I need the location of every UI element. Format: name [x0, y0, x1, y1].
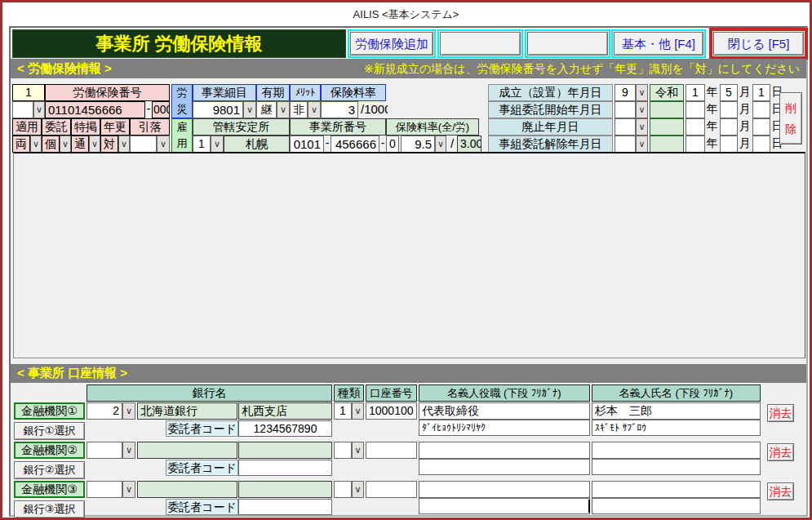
bank-2-holder-name-field[interactable]: [592, 442, 761, 459]
bank-1-clear-button[interactable]: 消去: [767, 404, 794, 422]
blank-button-1-focus: [437, 29, 523, 58]
dropdown-arrow-icon[interactable]: ∨: [352, 481, 364, 498]
add-insurance-button[interactable]: 労働保険追加: [350, 32, 433, 56]
month-field[interactable]: [720, 101, 738, 118]
office-no-part3-field[interactable]: 0: [386, 136, 399, 153]
bank-3-consignor-code-field[interactable]: [238, 499, 332, 515]
bank-1-consignor-code-field[interactable]: 1234567890: [238, 420, 332, 437]
bank-3-code-select[interactable]: [87, 481, 122, 498]
office-code-select[interactable]: 1: [193, 136, 211, 153]
day-field[interactable]: 1: [752, 84, 770, 101]
premium-rate-field[interactable]: 3: [321, 101, 358, 118]
delete-button[interactable]: 削除: [779, 92, 802, 144]
dropdown-arrow-icon[interactable]: ∨: [122, 402, 135, 420]
bank-1-account-no-field[interactable]: 1000100: [366, 402, 417, 420]
month-field[interactable]: [720, 118, 738, 136]
dropdown-arrow-icon[interactable]: ∨: [60, 136, 71, 153]
bank-2-holder-name-kana-field[interactable]: [592, 459, 761, 475]
bank-1-name-field[interactable]: 北海道銀行: [137, 402, 237, 420]
flag-itaku-select[interactable]: 個: [42, 136, 60, 153]
bank-1-code-select[interactable]: 2: [87, 402, 122, 420]
bank-3-holder-title-field[interactable]: [419, 481, 590, 498]
bank-3-clear-button[interactable]: 消去: [767, 482, 794, 500]
day-field[interactable]: [752, 101, 770, 118]
dropdown-arrow-icon[interactable]: ∨: [308, 101, 321, 118]
bank-2-consignor-code-field[interactable]: [238, 460, 332, 476]
era-no-select[interactable]: 9: [615, 84, 636, 101]
blank-button-2[interactable]: [527, 32, 608, 56]
year-field[interactable]: 1: [686, 84, 705, 101]
close-button-highlight: 閉じる [F5]: [709, 28, 808, 60]
basic-other-f4-button[interactable]: 基本・他 [F4]: [614, 32, 703, 56]
flag-tekiyou-select[interactable]: 両: [12, 136, 30, 153]
dropdown-arrow-icon[interactable]: ∨: [636, 136, 648, 153]
fixed-term-select[interactable]: 継: [256, 101, 277, 118]
rate2-total-select[interactable]: 9.5: [401, 136, 435, 153]
dropdown-arrow-icon[interactable]: ∨: [636, 84, 648, 101]
bank-3-holder-name-kana-field[interactable]: [592, 498, 761, 514]
month-field[interactable]: 5: [720, 84, 738, 101]
dropdown-arrow-icon[interactable]: ∨: [352, 402, 364, 420]
office-no-part1-field[interactable]: 0101: [290, 136, 324, 153]
labor-no-main-field[interactable]: 01101456666: [45, 101, 145, 118]
month-field[interactable]: [720, 136, 738, 153]
bank-3-branch-field[interactable]: [238, 481, 332, 498]
labor-no-select[interactable]: [12, 101, 33, 118]
bank-2-code-select[interactable]: [87, 442, 122, 459]
bank-2-clear-button[interactable]: 消去: [767, 443, 794, 461]
bank-2-account-no-field[interactable]: [366, 442, 417, 459]
bank-1-branch-field[interactable]: 札西支店: [238, 402, 332, 420]
bank-1-holder-name-kana-field[interactable]: ｽｷﾞﾓﾄ ｻﾌﾞﾛｳ: [592, 420, 761, 436]
day-field[interactable]: [752, 136, 770, 153]
close-f5-button[interactable]: 閉じる [F5]: [713, 32, 804, 56]
bank-2-branch-field[interactable]: [238, 442, 332, 459]
flag-nenkou-select[interactable]: 対: [100, 136, 118, 153]
bank-3-holder-name-field[interactable]: [592, 481, 761, 498]
bank-3-select-button[interactable]: 銀行③選択: [14, 500, 85, 518]
dropdown-arrow-icon[interactable]: ∨: [89, 136, 100, 153]
bank-1-type-select[interactable]: 1: [334, 402, 352, 420]
dropdown-arrow-icon[interactable]: ∨: [435, 136, 446, 153]
bank-2-select-button[interactable]: 銀行②選択: [14, 461, 85, 479]
dropdown-arrow-icon[interactable]: ∨: [122, 481, 135, 498]
dropdown-arrow-icon[interactable]: ∨: [243, 101, 256, 118]
flag-hikiotoshi-select[interactable]: [130, 136, 157, 153]
dropdown-arrow-icon[interactable]: ∨: [30, 136, 42, 153]
bank-2-holder-title-kana-field[interactable]: [419, 459, 590, 475]
flag-tokkei-select[interactable]: 通: [71, 136, 89, 153]
office-header: 管轄安定所: [193, 118, 290, 136]
bank-2-type-select[interactable]: [334, 442, 352, 459]
dropdown-arrow-icon[interactable]: ∨: [33, 101, 45, 118]
business-detail-select[interactable]: 9801: [193, 101, 243, 118]
blank-button-1[interactable]: [440, 32, 521, 56]
bank-1-holder-title-field[interactable]: 代表取締役: [419, 402, 590, 420]
era-no-select[interactable]: [615, 101, 636, 118]
year-field[interactable]: [686, 101, 705, 118]
dropdown-arrow-icon[interactable]: ∨: [277, 101, 290, 118]
year-field[interactable]: [686, 118, 705, 136]
office-no-part2-field[interactable]: 456666: [331, 136, 379, 153]
year-field[interactable]: [686, 136, 705, 153]
era-no-select[interactable]: [615, 136, 636, 153]
dropdown-arrow-icon[interactable]: ∨: [118, 136, 130, 153]
era-no-select[interactable]: [615, 118, 636, 136]
dropdown-arrow-icon[interactable]: ∨: [636, 118, 648, 136]
bank-2-name-field[interactable]: [137, 442, 237, 459]
bank-2-holder-title-field[interactable]: [419, 442, 590, 459]
bank-3-holder-title-kana-field[interactable]: [419, 498, 590, 514]
dropdown-arrow-icon[interactable]: ∨: [122, 442, 135, 459]
insurance-list-area[interactable]: [13, 152, 805, 358]
bank-3-account-no-field[interactable]: [366, 481, 417, 498]
day-field[interactable]: [752, 118, 770, 136]
bank-1-select-button[interactable]: 銀行①選択: [14, 422, 85, 440]
labor-no-branch-field[interactable]: 000: [152, 101, 170, 118]
merit-select[interactable]: 非: [290, 101, 308, 118]
bank-1-holder-name-field[interactable]: 杉本 三郎: [592, 402, 761, 420]
dropdown-arrow-icon[interactable]: ∨: [157, 136, 170, 153]
dropdown-arrow-icon[interactable]: ∨: [636, 101, 648, 118]
dropdown-arrow-icon[interactable]: ∨: [211, 136, 224, 153]
bank-3-name-field[interactable]: [137, 481, 237, 498]
bank-1-holder-title-kana-field[interactable]: ﾀﾞｲﾋｮｳﾄﾘｼﾏﾘﾔｸ: [419, 420, 590, 436]
dropdown-arrow-icon[interactable]: ∨: [352, 442, 364, 459]
bank-3-type-select[interactable]: [334, 481, 352, 498]
